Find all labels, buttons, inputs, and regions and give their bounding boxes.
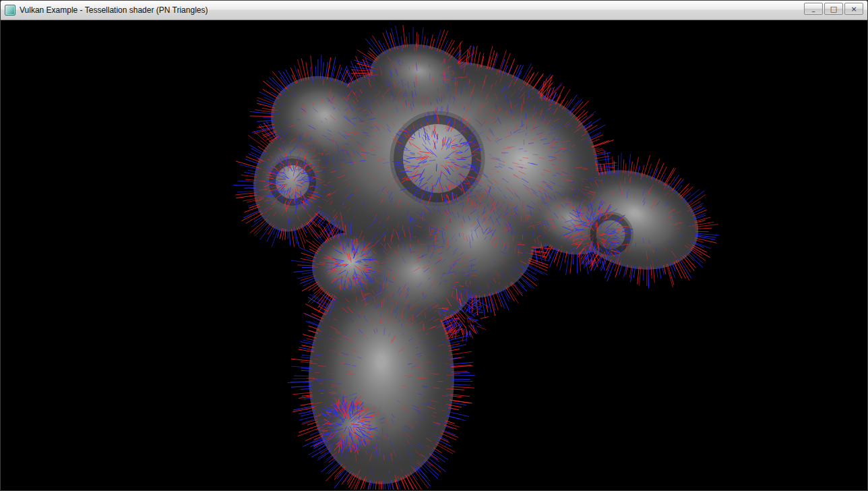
minimize-icon: –	[811, 7, 815, 15]
close-icon: ×	[850, 5, 857, 13]
maximize-icon: □	[830, 5, 837, 13]
app-icon	[5, 5, 16, 16]
window-controls: – □ ×	[804, 1, 863, 15]
app-window: Vulkan Example - Tessellation shader (PN…	[0, 0, 868, 491]
vulkan-3d-viewport[interactable]	[1, 20, 867, 490]
render-area	[1, 20, 867, 490]
window-title: Vulkan Example - Tessellation shader (PN…	[20, 5, 208, 15]
close-button[interactable]: ×	[844, 3, 863, 15]
titlebar[interactable]: Vulkan Example - Tessellation shader (PN…	[1, 1, 867, 20]
maximize-button[interactable]: □	[824, 3, 843, 15]
minimize-button[interactable]: –	[804, 3, 823, 15]
